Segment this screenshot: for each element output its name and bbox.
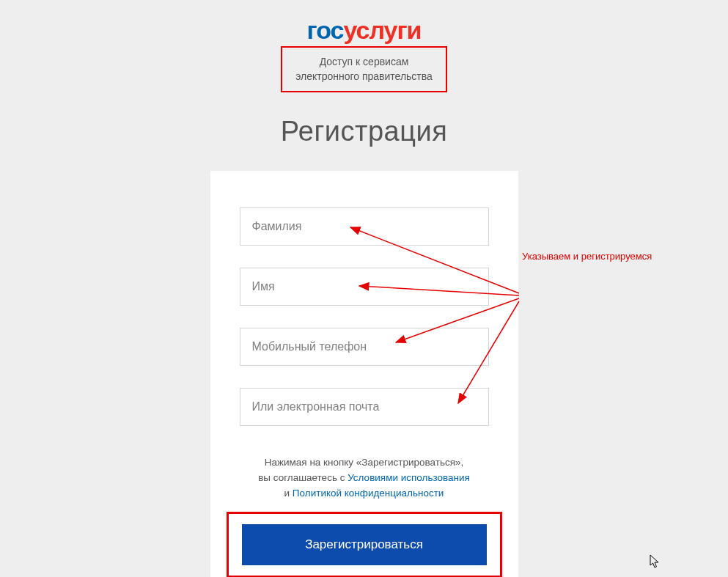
consent-text: Нажимая на кнопку «Зарегистрироваться», …	[240, 455, 489, 501]
consent-line3-prefix: и	[284, 488, 293, 499]
page-title: Регистрация	[0, 116, 728, 147]
registration-form-card: Нажимая на кнопку «Зарегистрироваться», …	[210, 171, 518, 577]
cursor-icon	[649, 554, 662, 570]
logo: госуслуги	[0, 16, 728, 45]
tagline-line1: Доступ к сервисам	[320, 56, 409, 67]
logo-part-red: услуги	[343, 16, 421, 44]
register-button[interactable]: Зарегистрироваться	[242, 524, 487, 565]
tagline-highlight-box: Доступ к сервисам электронного правитель…	[281, 46, 447, 92]
header: госуслуги Доступ к сервисам электронного…	[0, 0, 728, 92]
name-input[interactable]	[240, 268, 489, 306]
surname-input[interactable]	[240, 207, 489, 246]
tagline: Доступ к сервисам электронного правитель…	[295, 55, 433, 84]
register-highlight-box: Зарегистрироваться	[227, 512, 502, 577]
email-input[interactable]	[240, 388, 489, 426]
annotation-label: Указываем и регистрируемся	[522, 251, 652, 262]
consent-line2-prefix: вы соглашаетесь с	[258, 472, 348, 483]
logo-part-blue: гос	[306, 16, 343, 44]
privacy-link[interactable]: Политикой конфиденциальности	[293, 488, 444, 499]
consent-line1: Нажимая на кнопку «Зарегистрироваться»,	[265, 457, 464, 468]
tagline-line2: электронного правительства	[295, 70, 433, 82]
phone-input[interactable]	[240, 328, 489, 366]
terms-link[interactable]: Условиями использования	[348, 472, 470, 483]
